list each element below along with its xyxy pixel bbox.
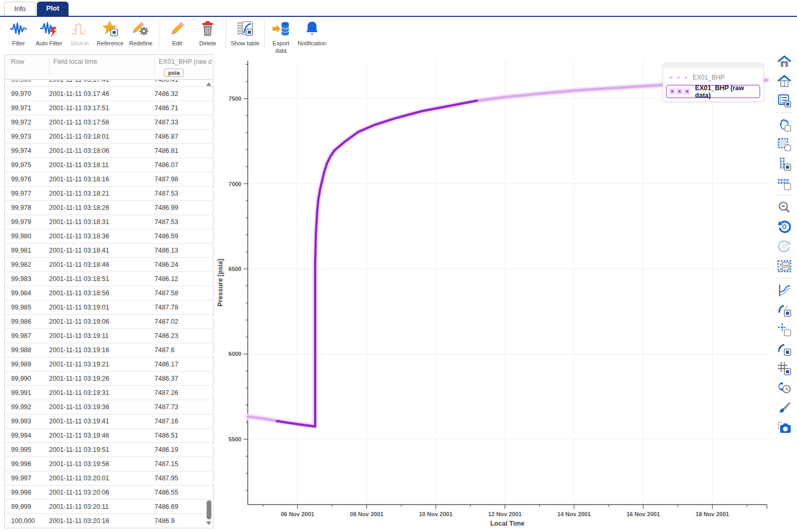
tab-info[interactable]: Info bbox=[4, 2, 36, 16]
table-row[interactable]: 99,9712001-11-11 03:17:517486.71 bbox=[5, 101, 213, 115]
vertical-selection-icon[interactable] bbox=[776, 156, 792, 171]
scrollbar-down-arrow[interactable] bbox=[206, 521, 211, 525]
smooth-curve-icon[interactable] bbox=[776, 302, 792, 317]
row-number-cell: 99,992 bbox=[5, 400, 49, 414]
home-secondary-icon[interactable] bbox=[776, 73, 792, 89]
snapshot-icon[interactable] bbox=[776, 419, 792, 434]
table-row[interactable]: 99,9852001-11-11 03:19:017487.78 bbox=[5, 301, 213, 315]
zoom-out-icon[interactable] bbox=[776, 200, 792, 215]
table-row[interactable]: 99,9862001-11-11 03:19:067487.02 bbox=[5, 315, 213, 329]
table-row[interactable]: 99,9872001-11-11 03:19:117486.23 bbox=[5, 329, 213, 343]
table-row[interactable]: 99,9942001-11-11 03:19:467486.51 bbox=[5, 429, 213, 443]
show-table-button[interactable]: Show table bbox=[229, 17, 261, 47]
pan-icon[interactable] bbox=[776, 117, 792, 132]
table-header: Row Field local time EX01_BHP (raw data)… bbox=[5, 55, 213, 80]
value-cell: 7487.78 bbox=[154, 301, 213, 314]
table-row[interactable]: 99,9922001-11-11 03:19:367487.73 bbox=[5, 400, 213, 414]
value-cell: 7486.19 bbox=[154, 443, 213, 457]
value-cell: 7487.33 bbox=[154, 115, 213, 129]
value-cell: 7486.24 bbox=[154, 258, 213, 272]
filter-button[interactable]: Filter bbox=[3, 17, 34, 47]
time-cell: 2001-11-11 03:20:06 bbox=[49, 486, 154, 499]
table-row[interactable]: 99,9722001-11-11 03:17:567487.33 bbox=[5, 115, 213, 130]
scrollbar-up-arrow[interactable] bbox=[206, 82, 211, 86]
shut-in-button[interactable]: Shut-in bbox=[64, 17, 95, 47]
plot-items-icon[interactable] bbox=[776, 93, 792, 108]
table-row[interactable]: 99,9932001-11-11 03:19:417487.16 bbox=[5, 414, 213, 429]
plot-area[interactable]: 7500700065006000550006 Nov 200108 Nov 20… bbox=[216, 53, 773, 530]
auto-filter-button[interactable]: Auto Filter bbox=[34, 17, 64, 47]
column-header-row[interactable]: Row bbox=[11, 58, 24, 65]
notification-button[interactable]: Notification bbox=[295, 17, 329, 47]
time-cell: 2001-11-11 03:18:16 bbox=[49, 172, 154, 186]
rect-zoom-icon[interactable] bbox=[776, 137, 792, 152]
table-row[interactable]: 99,9972001-11-11 03:20:017487.95 bbox=[5, 471, 213, 486]
crosshair-icon[interactable] bbox=[776, 322, 792, 337]
table-row[interactable]: 100,0002001-11-11 03:20:167486.9 bbox=[5, 514, 213, 528]
table-row[interactable]: 99,9692001-11-11 03:17:417486.41 bbox=[5, 80, 213, 87]
shut-in-icon bbox=[70, 20, 89, 38]
table-row[interactable]: 99,9762001-11-11 03:18:167487.98 bbox=[5, 172, 213, 187]
zoom-previous-icon[interactable] bbox=[776, 219, 792, 235]
table-row[interactable]: 99,9742001-11-11 03:18:067486.81 bbox=[5, 144, 213, 158]
legend-drag-handle[interactable] bbox=[663, 63, 763, 68]
table-row[interactable]: 99,9792001-11-11 03:18:317487.53 bbox=[5, 215, 213, 229]
table-row[interactable]: 99,9702001-11-11 03:17:467486.32 bbox=[5, 87, 213, 101]
table-row[interactable]: 99,9732001-11-11 03:18:017486.87 bbox=[5, 130, 213, 144]
redefine-button[interactable]: Redefine bbox=[125, 17, 156, 47]
tab-plot[interactable]: Plot bbox=[37, 2, 69, 16]
table-row[interactable]: 99,9802001-11-11 03:18:367486.59 bbox=[5, 229, 213, 244]
brush-icon[interactable] bbox=[776, 400, 792, 415]
table-row[interactable]: 99,9842001-11-11 03:18:567487.58 bbox=[5, 286, 213, 301]
zoom-next-icon[interactable] bbox=[776, 239, 792, 254]
table-row[interactable]: 99,9822001-11-11 03:18:467486.24 bbox=[5, 258, 213, 272]
table-row[interactable]: 99,9832001-11-11 03:18:517486.12 bbox=[5, 272, 213, 286]
time-marker-icon[interactable] bbox=[776, 380, 792, 395]
horizontal-selection-icon[interactable] bbox=[776, 176, 792, 191]
export-data-icon bbox=[271, 20, 290, 38]
tangent-curve-icon[interactable] bbox=[776, 341, 792, 356]
row-number-cell: 99,975 bbox=[5, 158, 49, 172]
column-header-time[interactable]: Field local time bbox=[53, 58, 97, 65]
scrollbar-thumb[interactable] bbox=[207, 500, 211, 519]
value-cell: 7486.87 bbox=[154, 130, 213, 143]
plot-axes: 7500700065006000550006 Nov 200108 Nov 20… bbox=[229, 61, 767, 517]
axis-values-icon[interactable]: xy bbox=[776, 258, 792, 274]
table-row[interactable]: 99,9912001-11-11 03:19:317487.26 bbox=[5, 386, 213, 400]
reference-button[interactable]: Reference bbox=[95, 17, 125, 47]
export-data-button[interactable]: Export data bbox=[267, 17, 295, 55]
table-row[interactable]: 99,9982001-11-11 03:20:067486.55 bbox=[5, 486, 213, 500]
column-header-value[interactable]: EX01_BHP (raw data) bbox=[159, 58, 211, 65]
table-row[interactable]: 99,9892001-11-11 03:19:217486.17 bbox=[5, 357, 213, 372]
table-row[interactable]: 99,9902001-11-11 03:19:267486.37 bbox=[5, 372, 213, 386]
home-icon[interactable] bbox=[776, 54, 792, 69]
legend-entry-ex01-bhp-raw[interactable]: × × × EX01_BHP (raw data) bbox=[666, 85, 760, 98]
pressure-plot[interactable]: 7500700065006000550006 Nov 200108 Nov 20… bbox=[216, 53, 773, 530]
legend-entry-ex01-bhp[interactable]: × × × EX01_BHP bbox=[663, 71, 763, 84]
table-row[interactable]: 99,9812001-11-11 03:18:417486.13 bbox=[5, 244, 213, 258]
svg-text:5500: 5500 bbox=[229, 436, 241, 442]
row-number-cell: 99,971 bbox=[5, 101, 49, 115]
table-row[interactable]: 99,9782001-11-11 03:18:267486.99 bbox=[5, 201, 213, 215]
time-cell: 2001-11-11 03:17:46 bbox=[49, 87, 154, 101]
row-number-cell: 99,995 bbox=[5, 443, 49, 457]
table-row[interactable]: 99,9962001-11-11 03:19:567487.15 bbox=[5, 457, 213, 471]
grid-icon[interactable] bbox=[776, 361, 792, 376]
curves-icon[interactable] bbox=[776, 283, 792, 298]
row-number-cell: 99,984 bbox=[5, 286, 49, 300]
time-cell: 2001-11-11 03:18:11 bbox=[49, 158, 154, 172]
row-number-cell: 99,976 bbox=[5, 172, 49, 186]
table-row[interactable]: 99,9772001-11-11 03:18:217487.53 bbox=[5, 187, 213, 201]
table-row[interactable]: 99,9952001-11-11 03:19:517486.19 bbox=[5, 443, 213, 457]
time-cell: 2001-11-11 03:20:01 bbox=[49, 471, 154, 485]
table-row[interactable]: 99,9752001-11-11 03:18:117486.07 bbox=[5, 158, 213, 172]
series-ex01-bhp[interactable] bbox=[248, 80, 767, 426]
series-ex01-bhp-raw-data[interactable] bbox=[277, 101, 477, 427]
delete-button[interactable]: Delete bbox=[192, 17, 223, 47]
sidebar-separator bbox=[776, 278, 792, 278]
plot-legend[interactable]: × × × EX01_BHP × × × EX01_BHP (raw data) bbox=[663, 63, 764, 102]
edit-button[interactable]: Edit bbox=[162, 17, 192, 47]
table-row[interactable]: 99,9882001-11-11 03:19:167487.6 bbox=[5, 343, 213, 357]
table-row[interactable]: 99,9992001-11-11 03:20:117486.69 bbox=[5, 500, 213, 514]
value-cell: 7486.12 bbox=[154, 272, 213, 286]
